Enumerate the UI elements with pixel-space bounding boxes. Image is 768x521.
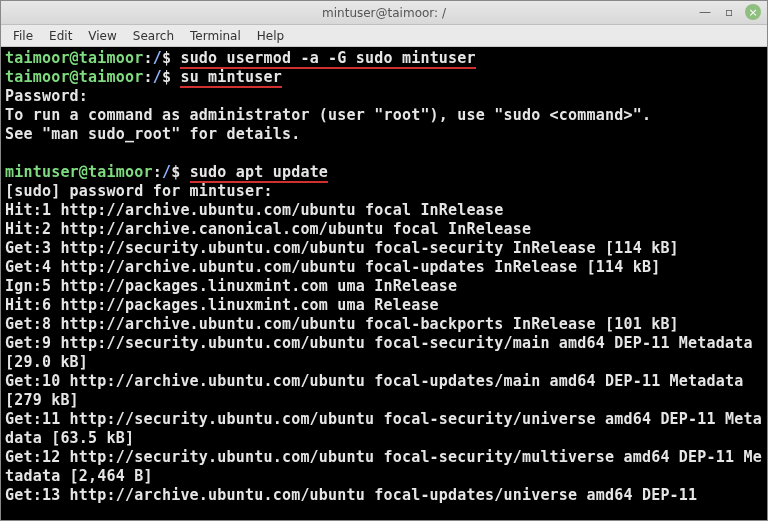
terminal-window: mintuser@taimoor: / — ▫ × File Edit View… bbox=[0, 0, 768, 521]
output-blank bbox=[5, 144, 14, 162]
prompt-user: taimoor@taimoor bbox=[5, 49, 143, 67]
minimize-button[interactable]: — bbox=[697, 4, 713, 20]
output-line: See "man sudo_root" for details. bbox=[5, 125, 300, 143]
output-line: Password: bbox=[5, 87, 88, 105]
maximize-button[interactable]: ▫ bbox=[721, 4, 737, 20]
output-line: Get:9 http://security.ubuntu.com/ubuntu … bbox=[5, 334, 762, 371]
command-apt-update: sudo apt update bbox=[190, 163, 328, 183]
output-line: [sudo] password for mintuser: bbox=[5, 182, 273, 200]
output-line: Get:4 http://archive.ubuntu.com/ubuntu f… bbox=[5, 258, 660, 276]
close-button[interactable]: × bbox=[745, 4, 761, 20]
titlebar: mintuser@taimoor: / — ▫ × bbox=[1, 1, 767, 25]
prompt-path: / bbox=[153, 68, 162, 86]
output-line: Hit:6 http://packages.linuxmint.com uma … bbox=[5, 296, 439, 314]
prompt-path: / bbox=[162, 163, 171, 181]
menu-edit[interactable]: Edit bbox=[43, 27, 78, 45]
prompt-colon: : bbox=[153, 163, 162, 181]
output-line: Ign:5 http://packages.linuxmint.com uma … bbox=[5, 277, 457, 295]
menu-terminal[interactable]: Terminal bbox=[184, 27, 247, 45]
output-line: Get:13 http://archive.ubuntu.com/ubuntu … bbox=[5, 486, 697, 504]
prompt-dollar: $ bbox=[162, 49, 180, 67]
command-usermod: sudo usermod -a -G sudo mintuser bbox=[180, 49, 475, 69]
output-line: Hit:2 http://archive.canonical.com/ubunt… bbox=[5, 220, 531, 238]
prompt-dollar: $ bbox=[171, 163, 189, 181]
output-line: Get:11 http://security.ubuntu.com/ubuntu… bbox=[5, 410, 762, 447]
output-line: Get:10 http://archive.ubuntu.com/ubuntu … bbox=[5, 372, 753, 409]
prompt-user: mintuser@taimoor bbox=[5, 163, 153, 181]
terminal-output[interactable]: taimoor@taimoor:/$ sudo usermod -a -G su… bbox=[1, 47, 767, 520]
output-line: Get:8 http://archive.ubuntu.com/ubuntu f… bbox=[5, 315, 679, 333]
menubar: File Edit View Search Terminal Help bbox=[1, 25, 767, 47]
menu-search[interactable]: Search bbox=[127, 27, 180, 45]
output-line: Hit:1 http://archive.ubuntu.com/ubuntu f… bbox=[5, 201, 503, 219]
output-line: Get:3 http://security.ubuntu.com/ubuntu … bbox=[5, 239, 679, 257]
window-title: mintuser@taimoor: / bbox=[1, 6, 767, 20]
prompt-path: / bbox=[153, 49, 162, 67]
menu-help[interactable]: Help bbox=[251, 27, 290, 45]
command-su: su mintuser bbox=[180, 68, 282, 88]
prompt-colon: : bbox=[143, 68, 152, 86]
prompt-user: taimoor@taimoor bbox=[5, 68, 143, 86]
output-line: Get:12 http://security.ubuntu.com/ubuntu… bbox=[5, 448, 762, 485]
window-controls: — ▫ × bbox=[697, 4, 761, 20]
menu-view[interactable]: View bbox=[82, 27, 122, 45]
prompt-dollar: $ bbox=[162, 68, 180, 86]
menu-file[interactable]: File bbox=[7, 27, 39, 45]
output-line: To run a command as administrator (user … bbox=[5, 106, 651, 124]
prompt-colon: : bbox=[143, 49, 152, 67]
